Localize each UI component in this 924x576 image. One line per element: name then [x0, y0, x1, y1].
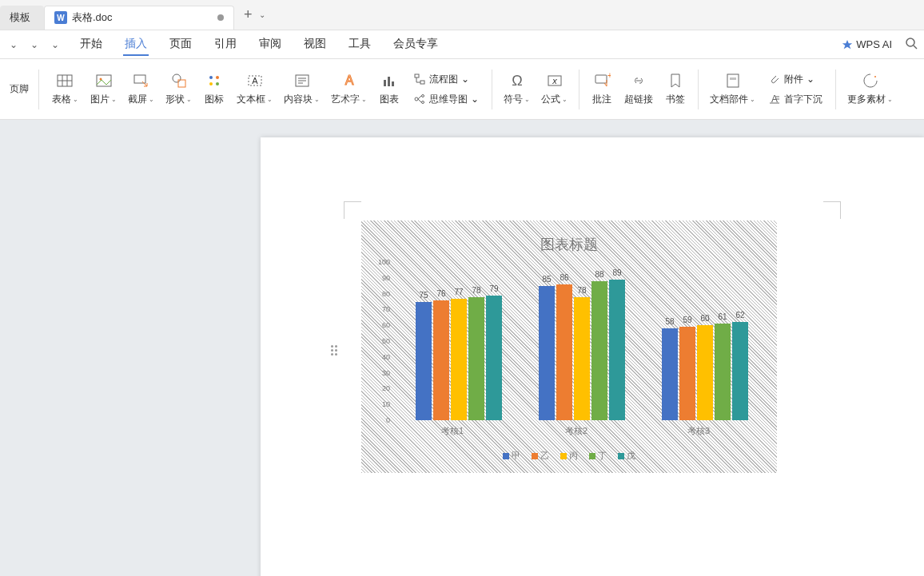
svg-rect-8: [134, 75, 145, 83]
ribbon-docparts-button[interactable]: 文档部件⌄: [705, 66, 760, 113]
svg-text:x: x: [552, 76, 557, 85]
bar: 76: [433, 300, 449, 420]
ribbon-shape-button[interactable]: 形状⌄: [161, 66, 197, 113]
flowchart-icon: [413, 73, 426, 85]
svg-text:A: A: [252, 76, 258, 85]
tab-template[interactable]: 模板: [0, 6, 44, 30]
margin-corner-icon: [823, 201, 841, 219]
ribbon-image-button[interactable]: 图片⌄: [86, 66, 121, 113]
legend-item: 戊: [618, 450, 635, 462]
ribbon-hyperlink-button[interactable]: 超链接: [619, 66, 658, 113]
menu-bar: ⌄ ⌄ ⌄ 开始 插入 页面 引用 审阅 视图 工具 会员专享 WPS AI: [0, 30, 924, 59]
x-label: 考核1: [441, 425, 464, 437]
bar: 58: [662, 328, 678, 420]
legend-item: 丙: [560, 450, 578, 462]
svg-point-0: [906, 38, 914, 46]
quick-dropdown[interactable]: ⌄: [6, 38, 21, 52]
tab-document[interactable]: W 表格.doc: [44, 6, 234, 30]
docparts-icon: [724, 72, 742, 89]
svg-text:Ω: Ω: [512, 73, 522, 89]
menu-items: 开始 插入 页面 引用 审阅 视图 工具 会员专享: [78, 34, 440, 56]
ribbon-screenshot-button[interactable]: 截屏⌄: [123, 66, 159, 113]
ribbon-wordart-button[interactable]: A 艺术字⌄: [326, 66, 372, 113]
ribbon-mindmap-button[interactable]: 思维导图⌄: [410, 91, 482, 108]
bar: 78: [574, 297, 590, 420]
ribbon-dropcap-button[interactable]: A 首字下沉: [765, 91, 826, 108]
equation-icon: x: [546, 72, 564, 89]
menu-start[interactable]: 开始: [78, 34, 104, 56]
svg-point-13: [209, 82, 213, 85]
legend: 甲 乙 丙 丁 戊: [361, 450, 777, 462]
divider: [579, 70, 579, 109]
bar: 62: [732, 322, 748, 420]
ai-icon: [842, 39, 853, 50]
bar: 60: [697, 325, 713, 420]
tab-label: 表格.doc: [72, 10, 113, 25]
menu-reference[interactable]: 引用: [213, 34, 238, 56]
bar: 88: [591, 281, 607, 420]
attachment-icon: [768, 73, 781, 85]
bar: 77: [451, 299, 467, 420]
svg-point-12: [216, 76, 219, 79]
ribbon-bookmark-button[interactable]: 书签: [659, 66, 691, 113]
dropcap-icon: A: [768, 93, 781, 105]
search-icon: [905, 37, 918, 50]
tab-bar: 模板 W 表格.doc + ⌄: [0, 0, 924, 30]
menu-insert[interactable]: 插入: [123, 34, 149, 56]
svg-rect-22: [384, 80, 386, 86]
bar: 75: [416, 302, 432, 421]
contentblock-icon: [293, 72, 311, 89]
bar-group-3: 58 59 60 61 62: [662, 322, 748, 420]
ribbon-chart-button[interactable]: 图表: [373, 66, 405, 113]
ribbon-icon-button[interactable]: 图标: [198, 66, 230, 113]
menu-page[interactable]: 页面: [168, 34, 193, 56]
ribbon-table-button[interactable]: 表格⌄: [46, 66, 84, 113]
unsaved-indicator-icon: [217, 14, 224, 21]
svg-point-28: [422, 95, 424, 97]
tab-menu-button[interactable]: ⌄: [259, 10, 265, 19]
bar-group-1: 75 76 77 78 79: [416, 296, 502, 420]
bar-group-2: 85 86 78 88 89: [539, 280, 625, 420]
svg-rect-26: [420, 81, 424, 84]
ribbon-contentblock-button[interactable]: 内容块⌄: [279, 66, 325, 113]
ribbon-attachment-button[interactable]: 附件⌄: [765, 71, 826, 88]
ribbon-flowchart-button[interactable]: 流程图⌄: [410, 71, 482, 88]
svg-rect-25: [415, 74, 419, 77]
svg-point-14: [216, 82, 219, 85]
ribbon-textbox-button[interactable]: A 文本框⌄: [232, 66, 277, 113]
chart-icon: [380, 72, 398, 89]
x-label: 考核3: [687, 425, 710, 437]
image-icon: [95, 72, 113, 89]
ribbon-footer-button[interactable]: 页脚: [6, 79, 32, 99]
tab-controls: + ⌄: [244, 6, 265, 23]
quick-undo-dropdown[interactable]: ⌄: [27, 38, 42, 52]
wps-ai-button[interactable]: WPS AI: [842, 38, 892, 50]
ribbon-comment-button[interactable]: + 批注: [586, 66, 618, 113]
x-label: 考核2: [565, 425, 587, 437]
margin-corner-icon: [344, 201, 361, 219]
quick-redo-dropdown[interactable]: ⌄: [48, 38, 62, 52]
ribbon-equation-button[interactable]: x 公式⌄: [536, 66, 572, 113]
menu-member[interactable]: 会员专享: [392, 34, 440, 56]
menu-review[interactable]: 审阅: [257, 34, 283, 56]
divider: [698, 70, 699, 109]
divider: [835, 70, 836, 109]
svg-point-29: [422, 101, 424, 104]
chart-object[interactable]: 图表标题 100 90 80 70 60 50 40 30 20 10 0: [361, 220, 777, 473]
svg-text:+: +: [607, 72, 611, 80]
svg-rect-23: [388, 77, 390, 86]
ribbon-text-group: 附件⌄ A 首字下沉: [762, 68, 829, 111]
drag-handle-icon[interactable]: [331, 345, 337, 356]
svg-point-27: [415, 97, 418, 101]
ribbon-moreassets-button[interactable]: 更多素材⌄: [842, 66, 898, 113]
new-tab-button[interactable]: +: [244, 6, 253, 23]
ribbon-symbol-button[interactable]: Ω 符号⌄: [499, 66, 535, 113]
svg-point-9: [173, 74, 181, 82]
chart-content: 图表标题 100 90 80 70 60 50 40 30 20 10 0: [361, 220, 777, 473]
bar: 86: [556, 284, 572, 420]
svg-rect-6: [97, 75, 111, 86]
menu-view[interactable]: 视图: [302, 34, 328, 56]
menu-tools[interactable]: 工具: [347, 34, 372, 56]
document-area[interactable]: 图表标题 100 90 80 70 60 50 40 30 20 10 0: [0, 120, 924, 576]
search-button[interactable]: [905, 37, 918, 53]
